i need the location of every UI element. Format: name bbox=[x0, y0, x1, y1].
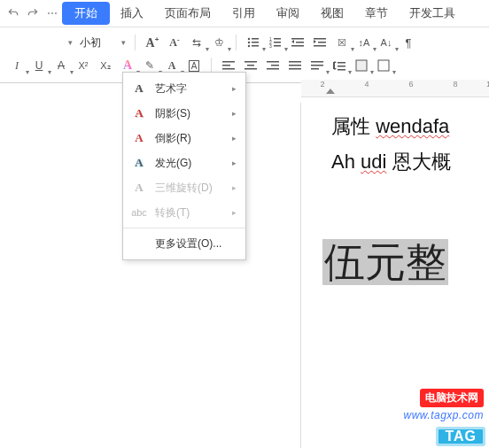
svg-rect-35 bbox=[338, 66, 345, 67]
svg-rect-33 bbox=[333, 62, 335, 69]
svg-rect-15 bbox=[314, 38, 326, 40]
menu-label: 发光(G) bbox=[155, 156, 223, 171]
italic-button[interactable]: I bbox=[7, 56, 27, 75]
tab-start[interactable]: 开始 bbox=[62, 2, 110, 25]
tab-chapter[interactable]: 章节 bbox=[354, 1, 399, 26]
separator bbox=[135, 35, 136, 50]
svg-rect-25 bbox=[271, 65, 279, 66]
selected-text[interactable]: 伍元整 bbox=[322, 236, 448, 290]
more-quickaccess-icon[interactable]: ⋯ bbox=[43, 1, 62, 26]
text-spellcheck: wendafa bbox=[376, 115, 449, 137]
align-justify-icon[interactable] bbox=[285, 56, 305, 75]
text-spellcheck: udi bbox=[361, 151, 386, 173]
text: 属性 bbox=[331, 115, 370, 137]
tab-page-layout[interactable]: 页面布局 bbox=[154, 1, 221, 26]
glow-icon: A bbox=[132, 156, 146, 170]
chevron-right-icon: ▸ bbox=[232, 109, 237, 118]
svg-rect-24 bbox=[267, 61, 279, 63]
transform-icon: abc bbox=[132, 205, 146, 220]
decrease-indent-icon[interactable] bbox=[288, 33, 307, 52]
shadow-icon: A bbox=[132, 106, 146, 120]
separator bbox=[123, 228, 245, 228]
wordart-icon: A bbox=[132, 81, 146, 96]
svg-rect-20 bbox=[222, 68, 235, 70]
increase-indent-icon[interactable] bbox=[310, 33, 330, 52]
font-size-combo[interactable] bbox=[80, 33, 113, 52]
align-right-icon[interactable] bbox=[263, 56, 283, 75]
line-spacing-icon[interactable] bbox=[330, 56, 349, 75]
menu-label: 阴影(S) bbox=[155, 106, 223, 121]
strikethrough-button[interactable]: A bbox=[51, 56, 71, 75]
menu-more-settings[interactable]: 更多设置(O)... bbox=[123, 231, 245, 256]
change-case-icon[interactable]: ⇆ bbox=[187, 33, 206, 52]
redo-icon[interactable] bbox=[23, 1, 43, 26]
menu-reflection[interactable]: A 倒影(R) ▸ bbox=[123, 126, 245, 151]
shading-icon[interactable] bbox=[352, 56, 371, 75]
text: 恩大概 bbox=[392, 151, 451, 173]
horizontal-ruler[interactable]: 2 4 6 8 10 bbox=[301, 80, 489, 97]
ruler-mark: 8 bbox=[451, 80, 460, 89]
numbering-icon[interactable]: 123 bbox=[266, 33, 285, 52]
menu-transform: abc 转换(T) ▸ bbox=[123, 200, 245, 225]
svg-rect-19 bbox=[222, 65, 230, 66]
svg-rect-34 bbox=[338, 62, 345, 64]
tab-bar: ⋯ 开始 插入 页面布局 引用 审阅 视图 章节 开发工具 bbox=[0, 0, 489, 27]
asian-layout-icon[interactable]: ☒ bbox=[332, 33, 352, 52]
menu-label: 更多设置(O)... bbox=[155, 236, 237, 251]
text-line[interactable]: 属性 wendafa bbox=[331, 113, 489, 140]
watermark-title: 电脑技术网 bbox=[420, 389, 484, 407]
reflection-icon: A bbox=[132, 131, 146, 145]
clear-format-icon[interactable]: ♔ bbox=[209, 33, 229, 52]
tab-review[interactable]: 审阅 bbox=[266, 1, 310, 26]
tab-insert[interactable]: 插入 bbox=[110, 1, 154, 26]
svg-rect-1 bbox=[252, 38, 259, 40]
svg-rect-5 bbox=[252, 45, 259, 47]
sort-icon[interactable]: A↓ bbox=[376, 33, 396, 52]
show-marks-icon[interactable]: ¶ bbox=[399, 33, 418, 52]
svg-rect-30 bbox=[311, 61, 323, 63]
rotate3d-icon: A bbox=[132, 181, 146, 195]
bullets-icon[interactable] bbox=[244, 33, 263, 52]
menu-wordart[interactable]: A 艺术字 ▸ bbox=[123, 76, 245, 101]
chevron-down-icon[interactable]: ▾ bbox=[119, 38, 128, 47]
menu-shadow[interactable]: A 阴影(S) ▸ bbox=[123, 101, 245, 126]
tag-badge: TAG bbox=[436, 427, 485, 446]
svg-rect-3 bbox=[252, 42, 259, 43]
border-icon[interactable] bbox=[374, 56, 393, 75]
chevron-down-icon[interactable]: ▾ bbox=[66, 38, 74, 47]
tab-view[interactable]: 视图 bbox=[310, 1, 354, 26]
chevron-right-icon: ▸ bbox=[232, 158, 237, 167]
indent-marker-icon[interactable] bbox=[326, 89, 335, 94]
text: Ah bbox=[331, 151, 355, 173]
tab-dev[interactable]: 开发工具 bbox=[399, 1, 466, 26]
svg-rect-14 bbox=[291, 45, 304, 47]
svg-point-4 bbox=[248, 45, 250, 47]
svg-rect-31 bbox=[311, 65, 323, 66]
menu-label: 艺术字 bbox=[155, 81, 223, 97]
svg-rect-9 bbox=[274, 42, 281, 43]
svg-rect-17 bbox=[314, 45, 326, 47]
text-direction-icon[interactable]: ↕A bbox=[354, 33, 374, 52]
chevron-right-icon: ▸ bbox=[232, 84, 237, 93]
svg-rect-32 bbox=[311, 68, 319, 70]
decrease-font-icon[interactable]: A- bbox=[165, 33, 184, 52]
ruler-mark: 4 bbox=[362, 80, 371, 89]
chevron-right-icon: ▸ bbox=[232, 208, 237, 217]
underline-button[interactable]: U bbox=[29, 56, 49, 75]
svg-rect-12 bbox=[291, 38, 304, 40]
ruler-mark: 2 bbox=[318, 80, 327, 89]
undo-icon[interactable] bbox=[4, 1, 23, 26]
tab-reference[interactable]: 引用 bbox=[221, 1, 266, 26]
svg-rect-36 bbox=[338, 69, 345, 71]
text-line[interactable]: Ah udi 恩大概 bbox=[331, 149, 489, 175]
svg-point-2 bbox=[248, 42, 250, 43]
subscript-button[interactable]: X₂ bbox=[96, 56, 115, 75]
increase-font-icon[interactable]: A+ bbox=[143, 33, 162, 52]
menu-label: 倒影(R) bbox=[155, 131, 223, 146]
superscript-button[interactable]: X² bbox=[74, 56, 93, 75]
font-family-combo[interactable] bbox=[7, 33, 60, 52]
svg-rect-16 bbox=[318, 42, 326, 43]
distribute-icon[interactable] bbox=[307, 56, 327, 75]
svg-rect-23 bbox=[244, 68, 257, 70]
menu-glow[interactable]: A 发光(G) ▸ bbox=[123, 151, 245, 175]
